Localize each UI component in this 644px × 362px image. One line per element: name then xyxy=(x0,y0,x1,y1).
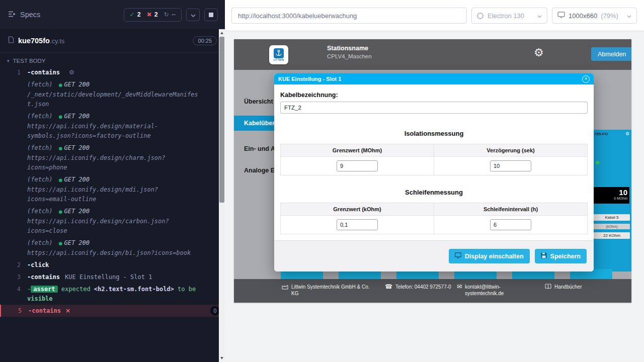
command-contains-failed[interactable]: 5 -contains× 0 xyxy=(0,305,225,317)
cypress-reporter: Specs ✓2 ✖2 ↻-- kue705fo.cy.ts 00:25 ▾ xyxy=(0,0,225,362)
specs-menu-button[interactable]: Specs xyxy=(8,11,40,19)
fetch-entry: (fetch)●GET 200https://api.iconify.desig… xyxy=(27,143,200,172)
status-dot-icon: ● xyxy=(59,114,63,119)
close-icon[interactable]: × xyxy=(582,75,590,83)
fetch-log-row[interactable]: (fetch)●GET 200https://api.iconify.desig… xyxy=(0,205,225,237)
assert-selector: <h2.text-sm.font-bold> xyxy=(94,286,174,293)
kue-settings-modal: KUE Einstellung - Slot 1 × Kabelbezeichn… xyxy=(274,73,594,272)
assert-badge: assert xyxy=(31,286,57,293)
fetch-url: https://api.iconify.design/carbon.json?i… xyxy=(27,218,169,234)
status-dot-icon: ● xyxy=(59,146,63,151)
footer-manuals-link[interactable]: Handbücher xyxy=(545,284,582,291)
app-under-test: LITTWIN Stationsname CPLV4_Maschen ⚙ Abm… xyxy=(234,39,631,303)
fetch-log-row[interactable]: (fetch)●GET 200https://api.iconify.desig… xyxy=(0,173,225,205)
command-body: -contains× xyxy=(28,306,201,316)
email-address: kontakt@littwin-systemtechnik.de xyxy=(465,284,511,297)
monitor-icon xyxy=(455,252,461,260)
status-dot-icon: ● xyxy=(59,82,63,87)
spec-timer: 00:25 xyxy=(193,36,217,45)
footer-email[interactable]: ✉ kontakt@littwin-systemtechnik.de xyxy=(457,284,511,297)
scrollbar-thumb[interactable] xyxy=(219,37,224,203)
command-body: -contains⚙ xyxy=(27,68,200,77)
display-on-button[interactable]: Display einschalten xyxy=(449,249,530,263)
isolation-table: Grenzwert (MOhm) Verzögerung (sek) xyxy=(280,144,588,175)
loop-table: Grenzwert (kOhm) Schleifenintervall (h) xyxy=(280,203,588,234)
command-body: -click xyxy=(27,260,200,270)
scroll-up-arrow[interactable] xyxy=(219,30,225,36)
command-contains-1[interactable]: 1 -contains⚙ xyxy=(0,66,225,78)
scroll-down-arrow[interactable] xyxy=(219,355,225,361)
value-label: 22 KOhm xyxy=(594,232,630,239)
command-assert[interactable]: 4 -assert expected <h2.text-sm.font-bold… xyxy=(0,283,225,305)
browser-select[interactable]: Electron 130 xyxy=(471,8,547,24)
stat-pending: ↻-- xyxy=(164,11,176,18)
collapse-all-button[interactable] xyxy=(186,9,200,21)
modal-footer: Display einschalten Speichern xyxy=(274,240,594,272)
display-unit: 0 MOhm xyxy=(596,197,627,200)
table-cell xyxy=(434,216,588,234)
footer-phone: ☎ Telefon: 04402 972577-0 xyxy=(385,284,452,290)
fail-x-icon: × xyxy=(65,307,70,314)
failed-x-icon: ✖ xyxy=(147,11,152,18)
browser-label: Electron 130 xyxy=(488,12,524,20)
column-header: Grenzwert (MOhm) xyxy=(281,144,434,157)
fetch-log-row[interactable]: (fetch)●GET 200/_next/static/development… xyxy=(0,78,225,110)
fetch-log-row[interactable]: (fetch)●GET 200https://api.iconify.desig… xyxy=(0,110,225,142)
test-body-label: TEST BODY xyxy=(13,58,46,64)
schleifenintervall-input[interactable] xyxy=(490,219,531,230)
stop-tests-button[interactable] xyxy=(204,9,218,21)
station-name: CPLV4_Maschen xyxy=(327,53,372,59)
reporter-scrollbar xyxy=(219,29,225,362)
status-led xyxy=(596,161,599,164)
fetch-url: /_next/static/development/_devMiddleware… xyxy=(27,91,198,108)
factory-icon xyxy=(282,284,288,291)
company-name: Littwin Systemtechnik GmbH & Co. KG xyxy=(291,284,371,297)
monitor-icon xyxy=(557,12,565,20)
save-button[interactable]: Speichern xyxy=(535,249,587,263)
spec-file-row[interactable]: kue705fo.cy.ts 00:25 xyxy=(0,29,225,53)
nav-item-analoge-eingaenge[interactable]: Analoge Ei xyxy=(244,167,277,174)
log-line-number xyxy=(0,112,27,141)
log-line-number: 3 xyxy=(0,273,27,282)
test-stats[interactable]: ✓2 ✖2 ↻-- xyxy=(124,8,182,22)
modal-title: KUE Einstellung - Slot 1 xyxy=(278,76,341,82)
isolation-heading: Isolationsmessung xyxy=(280,130,588,137)
logout-button[interactable]: Abmelden xyxy=(591,47,631,61)
fetch-entry: (fetch)●GET 200https://api.iconify.desig… xyxy=(27,238,200,258)
specs-label: Specs xyxy=(20,11,40,19)
mail-icon: ✉ xyxy=(457,284,462,290)
log-line-number xyxy=(0,143,27,172)
status-dot-icon: ● xyxy=(59,241,63,246)
failed-count: 2 xyxy=(154,11,158,18)
log-line-number: 4 xyxy=(0,285,27,304)
fetch-entry: (fetch)●GET 200https://api.iconify.desig… xyxy=(27,112,200,141)
settings-gear-icon[interactable]: ⚙ xyxy=(534,46,544,59)
fetch-log-row[interactable]: (fetch)●GET 200https://api.iconify.desig… xyxy=(0,237,225,259)
fetch-url: https://api.iconify.design/material-symb… xyxy=(27,123,158,139)
modal-body: Kabelbezeichnung: Isolationsmessung Gren… xyxy=(274,84,594,234)
fetch-log-row[interactable]: (fetch)●GET 200https://api.iconify.desig… xyxy=(0,142,225,173)
slot-card-header: 785-FO ⚙ xyxy=(592,130,631,138)
table-cell xyxy=(281,157,434,175)
command-click[interactable]: 2 -click xyxy=(0,259,225,271)
command-contains-2[interactable]: 3 -containsKUE Einstellung - Slot 1 xyxy=(0,271,225,283)
cable-name-input[interactable] xyxy=(280,102,588,114)
logo-text: LITTWIN xyxy=(273,59,284,61)
aut-url-input[interactable] xyxy=(231,8,467,24)
specs-list-icon xyxy=(8,11,16,19)
grenzwert-mohm-input[interactable] xyxy=(337,160,378,171)
log-line-number xyxy=(0,207,27,236)
test-body-section-header[interactable]: ▾ TEST BODY xyxy=(0,53,225,66)
command-body: -containsKUE Einstellung - Slot 1 xyxy=(27,273,200,282)
aut-panel: Electron 130 1000x660 (79%) LITTWIN Stat… xyxy=(225,0,644,362)
stat-failed: ✖2 xyxy=(147,11,158,18)
viewport-zoom: (79%) xyxy=(601,12,618,20)
log-line-number: 2 xyxy=(0,260,27,270)
grenzwert-kohm-input[interactable] xyxy=(337,219,378,230)
nav-item-uebersicht[interactable]: Übersicht xyxy=(244,98,273,105)
viewport-select[interactable]: 1000x660 (79%) xyxy=(552,8,637,24)
verzoegerung-input[interactable] xyxy=(490,160,531,171)
command-settings-icon: ⚙ xyxy=(69,69,74,76)
slot-gear-icon[interactable]: ⚙ xyxy=(625,131,629,136)
log-line-number: 1 xyxy=(0,68,27,77)
